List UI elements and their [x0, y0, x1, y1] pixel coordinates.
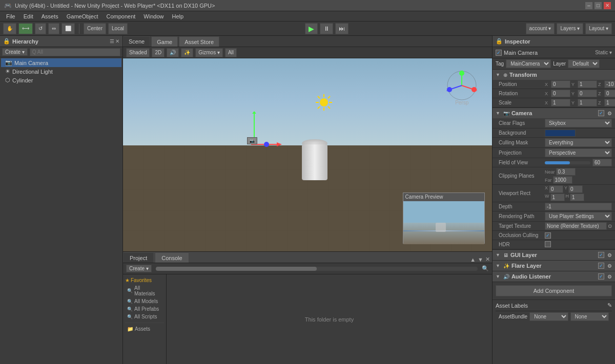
clear-flags-dropdown[interactable]: Skybox [545, 119, 612, 127]
tool-scale[interactable]: ⇔ [48, 23, 59, 34]
cylinder-hier-label: Cylinder [12, 77, 33, 83]
audio-listener-enabled[interactable] [598, 273, 604, 280]
panel-ctrl-close[interactable]: ✕ [485, 256, 490, 263]
audio-listener-settings-icon[interactable]: ⚙ [607, 274, 612, 280]
pause-button[interactable]: ⏸ [320, 23, 333, 34]
asset-bundle-dropdown[interactable]: None [529, 312, 568, 321]
gui-layer-header[interactable]: ▼ 🖥 GUI Layer ⚙ [493, 250, 615, 260]
menu-component[interactable]: Component [102, 11, 139, 22]
background-color-swatch[interactable] [545, 130, 576, 137]
scale-x[interactable] [551, 99, 570, 106]
transform-header[interactable]: ▼ ⊕ Transform [493, 70, 615, 80]
tag-dropdown[interactable]: MainCamera [506, 59, 551, 68]
camera-comp-header[interactable]: ▼ 📷 Camera ⚙ [493, 108, 615, 118]
hierarchy-menu-icon[interactable]: ☰ [110, 38, 114, 44]
flare-layer-enabled[interactable] [598, 263, 604, 269]
tab-scene[interactable]: Scene [123, 36, 150, 47]
layers-dropdown[interactable]: Layers ▾ [557, 23, 583, 34]
tab-project[interactable]: Project [123, 252, 154, 263]
menu-assets[interactable]: Assets [37, 11, 63, 22]
audio-listener-header[interactable]: ▼ 🔊 Audio Listener ⚙ [493, 271, 615, 282]
favorite-scripts[interactable]: 🔍 All Scripts [125, 313, 164, 320]
menu-edit[interactable]: Edit [19, 11, 37, 22]
layout-dropdown[interactable]: Layout ▾ [585, 23, 612, 34]
rot-x[interactable] [551, 90, 570, 97]
hierarchy-item-camera[interactable]: 📷 Main Camera [1, 58, 121, 67]
tool-rect[interactable]: ⬜ [61, 23, 75, 34]
create-button[interactable]: Create ▾ [2, 48, 28, 56]
menu-file[interactable]: File [2, 11, 19, 22]
tab-console[interactable]: Console [155, 252, 189, 263]
favorite-materials[interactable]: 🔍 All Materials [125, 284, 164, 297]
clipping-far[interactable] [553, 176, 572, 184]
minimize-button[interactable]: – [585, 2, 592, 9]
play-button[interactable]: ▶ [305, 23, 318, 34]
panel-ctrl-up[interactable]: ▲ [470, 256, 476, 263]
project-create-button[interactable]: Create ▾ [126, 265, 152, 272]
tool-move[interactable]: ⟷ [18, 23, 33, 34]
vp-x[interactable] [549, 185, 563, 193]
favorite-models[interactable]: 🔍 All Models [125, 297, 164, 305]
vp-h[interactable] [570, 194, 584, 201]
step-button[interactable]: ⏭ [335, 23, 348, 34]
hierarchy-close-icon[interactable]: ✕ [115, 38, 119, 44]
asset-bundle-variant-dropdown[interactable]: None [570, 312, 609, 321]
pos-y[interactable] [578, 80, 597, 88]
camera-settings-icon[interactable]: ⚙ [607, 111, 612, 116]
hdr-checkbox[interactable] [545, 241, 551, 247]
menu-help[interactable]: Help [168, 11, 188, 22]
tool-hand[interactable]: ✋ [3, 23, 16, 34]
gui-layer-settings-icon[interactable]: ⚙ [607, 252, 612, 258]
menu-window[interactable]: Window [139, 11, 168, 22]
audio-listener-title: Audio Listener [511, 273, 596, 280]
maximize-button[interactable]: □ [594, 2, 602, 9]
hierarchy-item-light[interactable]: ☀ Directional Light [1, 67, 121, 76]
hierarchy-search[interactable] [30, 48, 120, 56]
occlusion-checkbox[interactable] [545, 232, 551, 239]
add-component-button[interactable]: Add Component [496, 285, 612, 296]
close-button[interactable]: ✕ [604, 2, 611, 9]
scale-z[interactable] [604, 99, 615, 106]
flare-layer-section: ▼ ✨ Flare Layer ⚙ [493, 261, 615, 271]
clipping-near[interactable] [556, 168, 576, 176]
pos-z[interactable] [604, 80, 615, 88]
rot-y[interactable] [578, 90, 597, 97]
shading-dropdown[interactable]: Shaded [126, 48, 150, 57]
target-texture-select-icon[interactable]: ⊙ [608, 223, 612, 229]
fov-value[interactable] [592, 159, 612, 166]
vp-y[interactable] [568, 185, 583, 193]
camera-enabled[interactable] [598, 110, 604, 116]
favorite-prefabs[interactable]: 🔍 All Prefabs [125, 305, 164, 313]
pos-x[interactable] [551, 80, 570, 88]
rendering-path-dropdown[interactable]: Use Player Settings [545, 212, 612, 221]
hierarchy-item-cylinder[interactable]: ⬡ Cylinder [1, 76, 121, 84]
local-button[interactable]: Local [108, 23, 128, 34]
assets-folder[interactable]: 📁 Assets [125, 325, 164, 333]
culling-mask-dropdown[interactable]: Everything [545, 138, 612, 147]
tab-game[interactable]: Game [151, 36, 178, 47]
account-dropdown[interactable]: account ▾ [526, 23, 555, 34]
audio-button[interactable]: 🔊 [167, 48, 179, 57]
effects-button[interactable]: ✨ [181, 48, 193, 57]
gui-layer-enabled[interactable] [598, 252, 604, 258]
scene-viewport[interactable]: 📷 Y X [123, 58, 492, 251]
menu-gameobject[interactable]: GameObject [63, 11, 102, 22]
asset-labels-edit[interactable]: ✎ [607, 302, 612, 309]
flare-layer-header[interactable]: ▼ ✨ Flare Layer ⚙ [493, 261, 615, 271]
center-button[interactable]: Center [84, 23, 106, 34]
transform-title: Transform [509, 72, 612, 78]
layer-dropdown[interactable]: Default [568, 59, 600, 68]
vp-w[interactable] [550, 194, 565, 201]
2d-button[interactable]: 2D [152, 48, 165, 57]
gizmos-dropdown[interactable]: Gizmos ▾ [195, 48, 223, 57]
scene-all-dropdown[interactable]: All [225, 48, 237, 57]
flare-layer-settings-icon[interactable]: ⚙ [607, 263, 612, 269]
rot-z[interactable] [604, 90, 615, 97]
object-enabled-checkbox[interactable] [496, 50, 502, 56]
panel-ctrl-down[interactable]: ▼ [478, 256, 483, 263]
tool-rotate[interactable]: ↺ [35, 23, 46, 34]
scale-y[interactable] [578, 99, 597, 106]
depth-value[interactable] [545, 203, 612, 210]
projection-dropdown[interactable]: Perspective [545, 148, 612, 157]
tab-asset-store[interactable]: Asset Store [179, 36, 219, 47]
